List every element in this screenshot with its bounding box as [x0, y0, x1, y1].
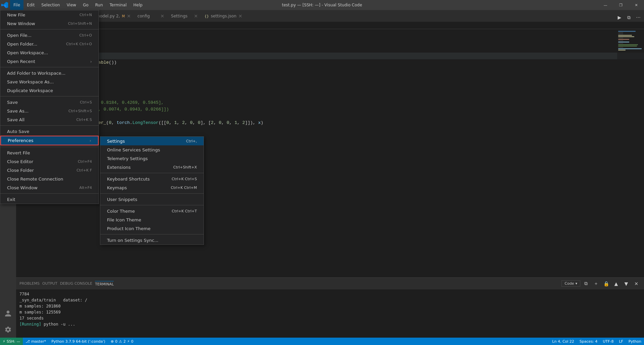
menu-close-window[interactable]: Close Window Alt+F4 [0, 183, 99, 192]
pref-online-services[interactable]: Online Services Settings [100, 145, 204, 154]
status-language[interactable]: Python [626, 338, 644, 345]
menu-exit[interactable]: Exit [0, 195, 99, 204]
terminal-line: _syn_data/train dataset: / [19, 297, 641, 303]
terminal-lock-button[interactable]: 🔒 [602, 279, 610, 288]
menu-close-editor[interactable]: Close Editor Ctrl+F4 [0, 157, 99, 166]
status-encoding[interactable]: UTF-8 [600, 338, 616, 345]
terminal-line: m samples: 201860 [19, 303, 641, 309]
menu-open-file[interactable]: Open File... Ctrl+O [0, 31, 99, 40]
code-line: 8 [16, 79, 644, 86]
maximize-button[interactable]: ❐ [613, 0, 629, 10]
menu-run[interactable]: Run [92, 0, 106, 10]
menu-add-folder[interactable]: Add Folder to Workspace... [0, 69, 99, 77]
pref-sep [100, 173, 204, 173]
terminal-add-button[interactable]: ＋ [592, 279, 600, 288]
pref-keyboard-shortcuts[interactable]: Keyboard Shortcuts Ctrl+K Ctrl+S [100, 175, 204, 183]
menu-sep [0, 67, 99, 67]
menu-open-folder[interactable]: Open Folder... Ctrl+K Ctrl+O [0, 40, 99, 48]
menu-close-remote[interactable]: Close Remote Connection [0, 175, 99, 183]
code-line: 13 [16, 113, 644, 120]
pref-settings-sync[interactable]: Turn on Settings Sync... [100, 236, 204, 245]
pref-keymaps[interactable]: Keymaps Ctrl+K Ctrl+M [100, 183, 204, 192]
status-python[interactable]: Python 3.7.9 64-bit (':conda') [49, 338, 108, 345]
pref-extensions[interactable]: Extensions Ctrl+Shift+X [100, 163, 204, 171]
menu-duplicate-workspace[interactable]: Duplicate Workspace [0, 86, 99, 95]
tab-close[interactable]: ✕ [160, 13, 164, 19]
menu-new-file[interactable]: New File Ctrl+N [0, 10, 99, 19]
menu-open-recent[interactable]: Open Recent › [0, 57, 99, 66]
pref-color-theme[interactable]: Color Theme Ctrl+K Ctrl+T [100, 207, 204, 215]
pref-telemetry[interactable]: Telemetry Settings [100, 154, 204, 163]
terminal-line: m samples: 125569 [19, 309, 641, 315]
menu-save-as[interactable]: Save As... Ctrl+Shift+S [0, 107, 99, 115]
tab-config[interactable]: config ✕ [134, 10, 168, 22]
menu-new-window[interactable]: New Window Ctrl+Shift+N [0, 19, 99, 28]
tab-bar: ● test.py ✕ ● train.py M ✕ ● model.py 2,… [16, 10, 644, 22]
menu-preferences[interactable]: Preferences › Settings Ctrl+, Online Ser… [0, 136, 99, 145]
terminal-shell-selector[interactable]: Code ▾ [561, 280, 580, 287]
menu-save[interactable]: Save Ctrl+S [0, 98, 99, 107]
terminal-close-button[interactable]: ✕ [632, 279, 641, 288]
terminal-content[interactable]: 7784 _syn_data/train dataset: / m sample… [16, 289, 644, 338]
menu-sep [0, 96, 99, 96]
file-menu-overlay: New File Ctrl+N New Window Ctrl+Shift+N … [0, 10, 99, 204]
menu-selection[interactable]: Selection [38, 0, 63, 10]
status-eol[interactable]: LF [616, 338, 626, 345]
status-branch[interactable]: ⎇ master* [23, 338, 49, 345]
menu-terminal[interactable]: Terminal [106, 0, 130, 10]
menu-revert-file[interactable]: Revert File [0, 148, 99, 157]
ssh-label: SSH: — [7, 339, 20, 344]
menu-view[interactable]: View [63, 0, 79, 10]
pref-file-icon-theme[interactable]: File Icon Theme [100, 215, 204, 224]
close-button[interactable]: ✕ [629, 0, 644, 10]
terminal-output-tab[interactable]: OUTPUT [42, 281, 57, 286]
pref-settings[interactable]: Settings Ctrl+, [100, 137, 204, 145]
tab-settings-json[interactable]: {} settings.json ✕ [201, 10, 246, 22]
warning-icon: ⚠ [119, 339, 122, 344]
menu-open-workspace[interactable]: Open Workspace... [0, 48, 99, 57]
minimize-button[interactable]: — [598, 0, 613, 10]
branch-label: master* [31, 339, 46, 344]
breadcrumb: project_test › test.py › ... [16, 22, 644, 29]
tab-settings[interactable]: Settings ✕ [168, 10, 201, 22]
terminal-problems-tab[interactable]: PROBLEMS [19, 281, 40, 286]
code-line: 3 [16, 46, 644, 53]
menu-save-all[interactable]: Save All Ctrl+K S [0, 115, 99, 124]
python-label: Python 3.7.9 64-bit (':conda') [51, 339, 105, 344]
more-actions-button[interactable]: ··· [634, 13, 643, 22]
activity-account[interactable] [0, 305, 16, 322]
warning-count: 2 [123, 339, 126, 344]
terminal-line: 7784 [19, 291, 641, 297]
menu-edit[interactable]: Edit [23, 0, 38, 10]
menu-help[interactable]: Help [130, 0, 146, 10]
status-ssh[interactable]: ⚡ SSH: — [0, 338, 23, 345]
menu-auto-save[interactable]: Auto Save [0, 127, 99, 136]
status-bar-left: ⚡ SSH: — ⎇ master* Python 3.7.9 64-bit (… [0, 338, 136, 345]
status-errors[interactable]: ⊗ 0 ⚠ 2 ⚡ 0 [108, 338, 136, 345]
tab-close[interactable]: ✕ [127, 13, 131, 19]
spaces-label: Spaces: 4 [580, 339, 597, 344]
terminal-terminal-tab[interactable]: TERMINAL [95, 281, 114, 286]
pref-sep [100, 193, 204, 194]
tab-close[interactable]: ✕ [238, 13, 243, 19]
terminal-split-button[interactable]: ⧉ [582, 279, 590, 288]
terminal-maximize-button[interactable]: ▼ [622, 279, 631, 288]
cursor-label: Ln 4, Col 22 [552, 339, 574, 344]
menu-save-workspace-as[interactable]: Save Workspace As... [0, 77, 99, 86]
terminal-debug-tab[interactable]: DEBUG CONSOLE [60, 281, 92, 286]
terminal-expand-button[interactable]: ▲ [612, 279, 621, 288]
menu-file[interactable]: File [10, 0, 23, 10]
tab-close[interactable]: ✕ [194, 13, 198, 19]
pref-product-icon-theme[interactable]: Product Icon Theme [100, 224, 204, 233]
status-cursor[interactable]: Ln 4, Col 22 [549, 338, 577, 345]
activity-settings[interactable] [0, 322, 16, 338]
menu-close-folder[interactable]: Close Folder Ctrl+K F [0, 166, 99, 175]
split-editor-button[interactable]: ⧉ [625, 13, 633, 22]
menu-go[interactable]: Go [79, 0, 92, 10]
run-button[interactable]: ▶ [615, 13, 624, 22]
code-line: 1 import torch [16, 32, 644, 39]
terminal-shell-label: Code [565, 281, 574, 286]
pref-user-snippets[interactable]: User Snippets [100, 195, 204, 204]
status-spaces[interactable]: Spaces: 4 [577, 338, 600, 345]
error-icon: ⊗ [111, 339, 114, 344]
